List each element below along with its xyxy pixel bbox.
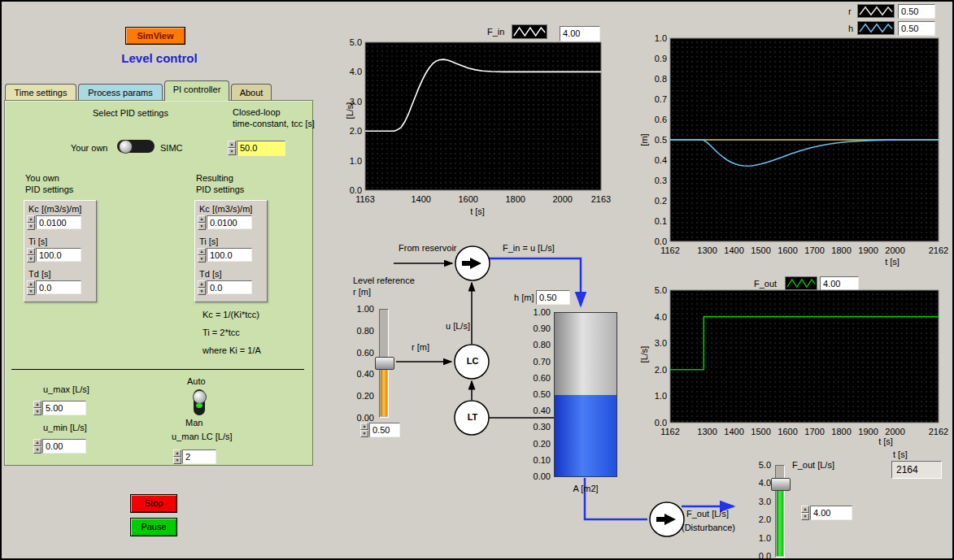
spinner-down-icon: ▼ xyxy=(198,288,206,295)
f-out-spinner[interactable]: ▲▼ xyxy=(801,506,809,520)
svg-text:0.6: 0.6 xyxy=(655,115,667,124)
your-own-label: Your own xyxy=(71,143,107,153)
tcc-input[interactable]: 50.0 xyxy=(237,141,285,156)
pid-source-toggle[interactable] xyxy=(117,138,155,154)
tcc-label-line1: Closed-loop xyxy=(233,107,281,117)
own-kc-input[interactable]: 0.0100 xyxy=(36,215,81,229)
tab-about[interactable]: About xyxy=(231,84,272,101)
own-kc-label: Kc [(m3/s)/m] xyxy=(28,204,81,214)
svg-text:1.0: 1.0 xyxy=(350,156,362,166)
spinner-down-icon[interactable]: ▼ xyxy=(33,446,41,454)
spinner-up-icon[interactable]: ▲ xyxy=(360,423,368,430)
divider xyxy=(11,369,304,370)
u-man-input[interactable]: 2 xyxy=(182,449,216,464)
level-reference-label2: r [m] xyxy=(353,287,371,297)
level-ref-spinner[interactable]: ▲▼ xyxy=(360,423,368,437)
svg-text:1400: 1400 xyxy=(411,194,430,204)
own-pid-group: Kc [(m3/s)/m] ▲▼ 0.0100 Ti [s] ▲▼ 100.0 … xyxy=(24,200,97,302)
res-td-label: Td [s] xyxy=(199,269,222,279)
lt-label: LT xyxy=(465,412,480,422)
h-legend-label: h xyxy=(848,24,853,33)
svg-text:1163: 1163 xyxy=(355,194,375,204)
u-signal-label: u [L/s] xyxy=(446,321,470,331)
spinner-up-icon[interactable]: ▲ xyxy=(33,401,41,408)
tcc-spinner[interactable]: ▲ ▼ xyxy=(228,141,236,155)
res-group-title1: Resulting xyxy=(196,173,233,183)
u-max-input[interactable]: 5.00 xyxy=(42,401,86,415)
svg-text:2000: 2000 xyxy=(552,194,572,204)
spinner-up-icon[interactable]: ▲ xyxy=(27,248,35,255)
h-xlabel: t [s] xyxy=(872,257,913,267)
spinner-down-icon[interactable]: ▼ xyxy=(27,288,35,295)
r-waveform-icon xyxy=(857,4,895,18)
f-in-eq-label: F_in = u [L/s] xyxy=(503,243,555,253)
spinner-down-icon[interactable]: ▼ xyxy=(228,148,236,155)
toggle-knob-icon[interactable] xyxy=(119,140,133,154)
svg-text:0.3: 0.3 xyxy=(655,176,667,185)
tab-process-params[interactable]: Process params xyxy=(78,84,163,101)
spinner-up-icon[interactable]: ▲ xyxy=(801,506,809,513)
spinner-down-icon[interactable]: ▼ xyxy=(360,430,368,437)
spinner-down-icon[interactable]: ▼ xyxy=(173,457,181,464)
r-value-indicator: 0.50 xyxy=(898,4,935,19)
u-man-spinner[interactable]: ▲▼ xyxy=(173,449,181,464)
u-min-label: u_min [L/s] xyxy=(43,423,87,432)
r-signal-label: r [m] xyxy=(412,342,429,352)
formula-ki: where Ki = 1/A xyxy=(203,345,261,355)
own-kc-spinner[interactable]: ▲▼ xyxy=(27,215,35,230)
svg-text:1700: 1700 xyxy=(804,427,824,436)
tab-pi-controller[interactable]: PI controller xyxy=(164,80,229,101)
tank xyxy=(554,312,617,477)
from-reservoir-label: From reservoir xyxy=(399,243,457,253)
own-td-input[interactable]: 0.0 xyxy=(36,280,81,294)
own-ti-input[interactable]: 100.0 xyxy=(36,248,81,262)
spinner-down-icon[interactable]: ▼ xyxy=(801,513,809,520)
spinner-down-icon[interactable]: ▼ xyxy=(27,223,35,230)
svg-text:1600: 1600 xyxy=(778,245,797,255)
h-waveform-icon xyxy=(857,21,895,35)
spinner-up-icon[interactable]: ▲ xyxy=(33,439,41,446)
own-ti-spinner[interactable]: ▲▼ xyxy=(27,248,35,263)
level-ref-input[interactable]: 0.50 xyxy=(369,423,400,437)
f-out-slider-handle[interactable] xyxy=(771,478,791,491)
own-td-spinner[interactable]: ▲▼ xyxy=(27,280,35,295)
u-min-input[interactable]: 0.00 xyxy=(42,439,86,454)
stop-button[interactable]: Stop xyxy=(130,494,177,513)
u-min-spinner[interactable]: ▲▼ xyxy=(33,439,41,454)
pause-button[interactable]: Pause xyxy=(130,518,177,536)
tank-area-label: A [m2] xyxy=(561,484,610,493)
svg-text:1900: 1900 xyxy=(858,245,878,255)
u-max-spinner[interactable]: ▲▼ xyxy=(33,401,41,415)
spinner-up-icon[interactable]: ▲ xyxy=(173,449,181,457)
spinner-up-icon[interactable]: ▲ xyxy=(228,141,236,148)
f-out-slider-scale: 5.04.03.02.01.00.0 xyxy=(751,460,771,560)
f-out-input[interactable]: 4.00 xyxy=(810,506,852,520)
level-slider-fill xyxy=(381,362,387,416)
toggle-knob-icon[interactable] xyxy=(193,390,207,404)
tab-time-settings[interactable]: Time settings xyxy=(5,84,76,101)
f-out-slider-fill xyxy=(777,483,783,556)
res-ti-label: Ti [s] xyxy=(199,237,218,246)
auto-label: Auto xyxy=(187,376,206,386)
spinner-up-icon: ▲ xyxy=(198,280,206,288)
f-out-disturbance-label1: F_out [L/s] xyxy=(686,509,729,519)
page-title: Level control xyxy=(102,51,216,65)
man-label: Man xyxy=(185,418,203,428)
spinner-down-icon[interactable]: ▼ xyxy=(27,255,35,263)
spinner-down-icon[interactable]: ▼ xyxy=(33,408,41,415)
level-slider-handle[interactable] xyxy=(375,357,394,370)
auto-man-toggle[interactable] xyxy=(192,389,207,415)
outlet-pump-arrow-icon xyxy=(656,517,664,522)
f-in-chart: 1163140016001800200021630.01.02.03.04.05… xyxy=(336,39,619,215)
h-chart: 1162130014001500160017001800190020002162… xyxy=(641,35,953,266)
spinner-up-icon[interactable]: ▲ xyxy=(27,215,35,223)
svg-text:0.0: 0.0 xyxy=(350,185,362,195)
h-m-indicator: 0.50 xyxy=(536,290,570,305)
resulting-pid-group: Kc [(m3/s)/m] ▲▼ 0.0100 Ti [s] ▲▼ 100.0 … xyxy=(194,200,268,302)
f-in-ylabel: [L/s] xyxy=(345,93,355,128)
res-td-spinner: ▲▼ xyxy=(198,280,206,295)
svg-text:0.2: 0.2 xyxy=(655,196,667,206)
simview-button[interactable]: SimView xyxy=(125,27,185,45)
svg-text:1600: 1600 xyxy=(458,194,477,204)
spinner-up-icon[interactable]: ▲ xyxy=(27,280,35,288)
